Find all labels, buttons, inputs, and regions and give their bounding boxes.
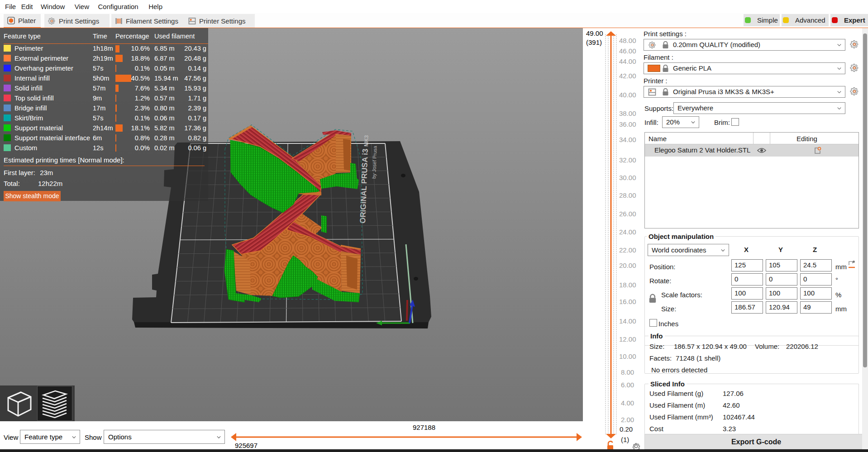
svg-text:by Josef Prusa: by Josef Prusa — [371, 145, 378, 179]
